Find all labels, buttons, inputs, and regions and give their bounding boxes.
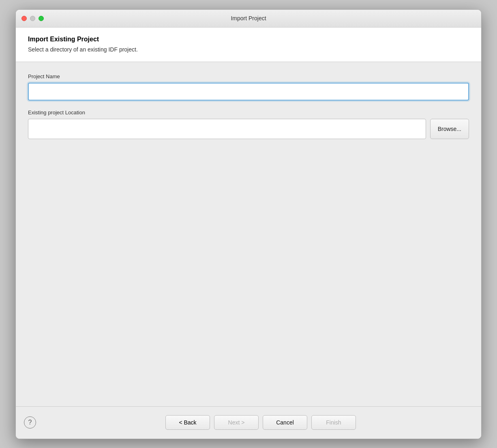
project-name-input[interactable] <box>28 83 469 101</box>
browse-button[interactable]: Browse... <box>430 119 469 139</box>
header-subtitle: Select a directory of an existing IDF pr… <box>28 46 469 53</box>
finish-button[interactable]: Finish <box>311 415 356 430</box>
help-icon: ? <box>28 419 32 426</box>
location-label: Existing project Location <box>28 109 469 116</box>
traffic-lights <box>21 16 44 21</box>
maximize-button[interactable] <box>39 16 44 21</box>
location-group: Existing project Location Browse... <box>28 109 469 139</box>
location-input[interactable] <box>28 119 426 139</box>
location-row: Browse... <box>28 119 469 139</box>
header-section: Import Existing Project Select a directo… <box>16 28 481 62</box>
title-bar: Import Project <box>16 10 481 28</box>
project-name-label: Project Name <box>28 73 469 79</box>
import-project-window: Import Project Import Existing Project S… <box>15 9 482 439</box>
header-title: Import Existing Project <box>28 36 469 43</box>
help-button[interactable]: ? <box>24 416 36 429</box>
cancel-button[interactable]: Cancel <box>263 415 307 430</box>
window-title: Import Project <box>231 15 266 21</box>
bottom-actions: < Back Next > Cancel Finish <box>165 415 356 430</box>
back-button[interactable]: < Back <box>165 415 210 430</box>
close-button[interactable] <box>21 16 27 21</box>
project-name-group: Project Name <box>28 73 469 101</box>
main-content: Project Name Existing project Location B… <box>16 62 481 406</box>
bottom-bar: ? < Back Next > Cancel Finish <box>16 406 481 439</box>
minimize-button[interactable] <box>30 16 35 21</box>
next-button[interactable]: Next > <box>214 415 259 430</box>
